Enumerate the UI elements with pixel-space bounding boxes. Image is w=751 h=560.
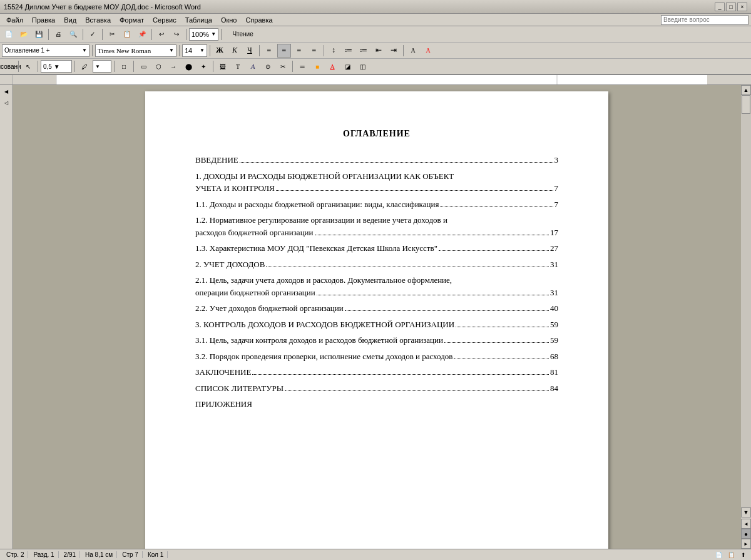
insert-pic-btn[interactable]: 🖼 bbox=[216, 59, 230, 73]
next-page-button[interactable]: ► bbox=[741, 539, 751, 549]
scroll-up-button[interactable]: ▲ bbox=[741, 85, 751, 95]
status-line: Стр 7 bbox=[118, 551, 143, 558]
ruler-marks bbox=[13, 75, 751, 84]
minimize-button[interactable]: _ bbox=[715, 3, 725, 11]
font-color-btn2[interactable]: A bbox=[325, 59, 339, 73]
menu-help[interactable]: Справка bbox=[242, 15, 276, 25]
increase-indent-button[interactable]: ⇥ bbox=[387, 44, 401, 58]
italic-button[interactable]: К bbox=[228, 44, 242, 58]
shadow-btn[interactable]: ◪ bbox=[340, 59, 354, 73]
draw-btn-2[interactable]: ↖ bbox=[21, 59, 35, 73]
style-dropdown[interactable]: Оглавление 1 + ▼ bbox=[2, 44, 89, 57]
size-arrow: ▼ bbox=[200, 48, 205, 53]
status-icon-3: ⬆ bbox=[738, 550, 748, 560]
align-left-button[interactable]: ≡ bbox=[262, 44, 276, 58]
box-btn[interactable]: □ bbox=[117, 59, 131, 73]
3d-btn[interactable]: ◫ bbox=[355, 59, 369, 73]
ruler-main bbox=[13, 75, 751, 84]
align-justify-button[interactable]: ≡ bbox=[307, 44, 321, 58]
scroll-thumb[interactable] bbox=[742, 95, 750, 114]
scroll-track[interactable] bbox=[741, 95, 751, 507]
print-button[interactable]: 🖨 bbox=[51, 28, 65, 41]
window-title: 15524 Диплом Учет в бюджете МОУ ДОД.doc … bbox=[4, 3, 201, 11]
scroll-down-button[interactable]: ▼ bbox=[741, 507, 751, 517]
copy-button[interactable]: 📋 bbox=[120, 28, 134, 41]
maximize-button[interactable]: □ bbox=[726, 3, 736, 11]
menu-bar: Файл Правка Вид Вставка Формат Сервис Та… bbox=[0, 14, 751, 26]
font-dropdown[interactable]: Times New Roman ▼ bbox=[95, 44, 176, 57]
menu-insert[interactable]: Вставка bbox=[81, 15, 115, 25]
menu-window[interactable]: Окно bbox=[217, 15, 241, 25]
new-button[interactable]: 📄 bbox=[2, 28, 16, 41]
underline-button[interactable]: Ч bbox=[243, 44, 257, 58]
wordart-btn[interactable]: A bbox=[246, 59, 260, 73]
menu-edit[interactable]: Правка bbox=[28, 15, 59, 25]
select-browse-button[interactable]: ● bbox=[741, 529, 751, 539]
help-input[interactable] bbox=[661, 15, 748, 25]
paste-button[interactable]: 📌 bbox=[135, 28, 149, 41]
numbering-button[interactable]: ≔ bbox=[357, 44, 370, 58]
main-area: ◀ ◁ ОГЛАВЛЕНИЕ ВВЕДЕНИЕ 3 bbox=[0, 85, 751, 549]
menu-file[interactable]: Файл bbox=[3, 15, 27, 25]
color-dropdown[interactable]: ▼ bbox=[93, 60, 111, 73]
size-dropdown[interactable]: 14 ▼ bbox=[182, 44, 207, 57]
diagram-btn[interactable]: ⊙ bbox=[261, 59, 275, 73]
menu-table[interactable]: Таблица bbox=[181, 15, 216, 25]
bold-button[interactable]: Ж bbox=[213, 44, 227, 58]
line-style-dropdown[interactable]: 0,5 ▼ bbox=[41, 60, 72, 73]
status-icon-1: 📄 bbox=[713, 550, 723, 560]
align-right-button[interactable]: ≡ bbox=[292, 44, 306, 58]
ruler-gray-right bbox=[707, 75, 751, 84]
help-box bbox=[661, 15, 748, 25]
shape-btn-1[interactable]: ▭ bbox=[136, 59, 150, 73]
cut-button[interactable]: ✂ bbox=[105, 28, 119, 41]
draw-btn-1[interactable]: Рисование bbox=[2, 59, 16, 73]
separator-fmt-5 bbox=[324, 45, 324, 56]
sidebar-btn-1[interactable]: ◀ bbox=[1, 86, 11, 96]
style-arrow: ▼ bbox=[82, 48, 87, 53]
sidebar-btn-2[interactable]: ◁ bbox=[1, 98, 11, 108]
spell-button[interactable]: ✓ bbox=[86, 28, 100, 41]
prev-page-button[interactable]: ◄ bbox=[741, 519, 751, 529]
clipart-btn[interactable]: ✂ bbox=[276, 59, 290, 73]
status-icons: 📄 📋 ⬆ bbox=[713, 550, 748, 560]
status-icon-2: 📋 bbox=[726, 550, 736, 560]
shape-btn-5[interactable]: ✦ bbox=[197, 59, 210, 73]
read-view-button[interactable]: Чтение bbox=[224, 28, 262, 41]
line-color-btn[interactable]: ═ bbox=[295, 59, 309, 73]
separator-1 bbox=[48, 29, 49, 40]
zoom-dropdown[interactable]: 100% ▼ bbox=[189, 28, 218, 41]
line-spacing-button[interactable]: ↕ bbox=[327, 44, 340, 58]
undo-button[interactable]: ↩ bbox=[155, 28, 168, 41]
open-button[interactable]: 📂 bbox=[17, 28, 31, 41]
menu-tools[interactable]: Сервис bbox=[149, 15, 180, 25]
status-col: Кол 1 bbox=[144, 551, 168, 558]
font-arrow: ▼ bbox=[169, 48, 174, 53]
close-button[interactable]: × bbox=[737, 3, 747, 11]
toc-entry-1: 1. ДОХОДЫ И РАСХОДЫ БЮДЖЕТНОЙ ОРГАНИЗАЦИ… bbox=[195, 170, 558, 195]
insert-text-btn[interactable]: T bbox=[231, 59, 245, 73]
status-section: Разд. 1 bbox=[29, 551, 58, 558]
shape-btn-2[interactable]: ⬡ bbox=[151, 59, 165, 73]
decrease-indent-button[interactable]: ⇤ bbox=[372, 44, 386, 58]
separator-fmt-3 bbox=[210, 45, 210, 56]
menu-format[interactable]: Формат bbox=[116, 15, 148, 25]
toc-entry-2-2: 2.2. Учет доходов бюджетной организации … bbox=[195, 302, 558, 315]
font-color-button[interactable]: A bbox=[421, 44, 435, 58]
bullets-button[interactable]: ≔ bbox=[342, 44, 355, 58]
document-area[interactable]: ОГЛАВЛЕНИЕ ВВЕДЕНИЕ 3 1. ДОХОДЫ И РАСХОД… bbox=[13, 85, 741, 549]
toc-entry-biblio: СПИСОК ЛИТЕРАТУРЫ 84 bbox=[195, 382, 558, 395]
menu-view[interactable]: Вид bbox=[60, 15, 80, 25]
fill-color-btn[interactable]: ■ bbox=[310, 59, 324, 73]
save-button[interactable]: 💾 bbox=[32, 28, 46, 41]
shape-btn-4[interactable]: ⬤ bbox=[181, 59, 195, 73]
highlight-button[interactable]: A bbox=[406, 44, 420, 58]
toc-entry-3-1: 3.1. Цель, задачи контроля доходов и рас… bbox=[195, 334, 558, 347]
preview-button[interactable]: 🔍 bbox=[66, 28, 80, 41]
redo-button[interactable]: ↪ bbox=[170, 28, 183, 41]
paint-btn[interactable]: 🖊 bbox=[78, 59, 91, 73]
sep-t3-2 bbox=[38, 61, 38, 72]
shape-btn-3[interactable]: → bbox=[166, 59, 180, 73]
align-center-button[interactable]: ≡ bbox=[277, 44, 291, 58]
separator-3 bbox=[102, 29, 103, 40]
